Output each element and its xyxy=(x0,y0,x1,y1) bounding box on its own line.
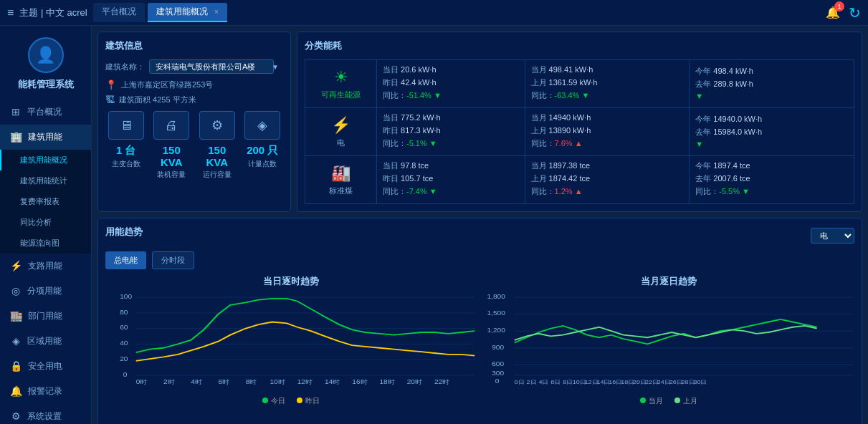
subnav-overview[interactable]: 建筑用能概况 xyxy=(0,150,91,170)
sidebar-item-branch[interactable]: ⚡ 支路用能 xyxy=(0,254,91,279)
renewable-today: 当日 20.6 kW·h xyxy=(383,64,519,75)
sidebar-item-label: 安全用电 xyxy=(28,360,62,372)
chart1-legend: 今日 昨日 xyxy=(105,396,477,406)
branch-icon: ⚡ xyxy=(10,260,22,271)
electric-day: 当日 775.2 kW·h 昨日 817.3 kW·h 同比：-5.1% ▼ xyxy=(377,108,525,156)
svg-text:300: 300 xyxy=(492,370,504,377)
device-icon-meter: ◈ xyxy=(242,111,284,140)
sidebar-item-safety[interactable]: 🔒 安全用电 xyxy=(0,354,91,379)
renewable-yesterday: 昨日 42.4 kW·h xyxy=(383,77,519,88)
charts-row: 当日逐时趋势 100 80 60 40 20 0 xyxy=(105,275,854,418)
renewable-icon: ☀ xyxy=(311,68,371,87)
area-text: 建筑面积 4255 平方米 xyxy=(119,95,196,105)
hamburger-icon[interactable]: ≡ xyxy=(7,6,14,19)
svg-text:0日: 0日 xyxy=(514,379,524,385)
sidebar-item-label: 区域用能 xyxy=(27,335,62,347)
building-select-wrapper: 安科瑞电气股份有限公司A楼 ▼ xyxy=(149,59,283,74)
sidebar-nav: ⊞ 平台概况 🏢 建筑用能 建筑用能概况 建筑用能统计 复费率报表 同比分析 能… xyxy=(0,100,91,424)
subnav-stats[interactable]: 建筑用能统计 xyxy=(0,170,91,191)
energy-select-wrapper: 电 xyxy=(811,228,854,244)
server-icon: 🖨 xyxy=(153,111,189,140)
top-bar-left: ≡ 主题 | 中文 acrel 平台概况 建筑用能概况 × xyxy=(7,3,826,22)
building-icon: 🏢 xyxy=(10,131,22,143)
energy-class-title: 分类能耗 xyxy=(305,39,854,52)
sidebar-item-platform[interactable]: ⊞ 平台概况 xyxy=(0,100,91,125)
area-row: 🏗 建筑面积 4255 平方米 xyxy=(105,95,283,105)
coal-month: 当月 1897.38 tce 上月 1874.42 tce 同比：1.2% ▲ xyxy=(525,156,690,204)
building-select[interactable]: 安科瑞电气股份有限公司A楼 xyxy=(149,59,274,74)
svg-text:60: 60 xyxy=(120,324,128,331)
trend-controls: 电 xyxy=(811,228,854,244)
building-name-row: 建筑名称： 安科瑞电气股份有限公司A楼 ▼ xyxy=(105,59,283,74)
energy-type-electric: ⚡ 电 xyxy=(305,108,377,156)
legend-curmonth: 当月 xyxy=(649,397,663,405)
sidebar-item-label: 部门用能 xyxy=(28,310,62,322)
svg-text:2时: 2时 xyxy=(163,378,175,385)
sidebar-item-dept[interactable]: 🏬 部门用能 xyxy=(0,304,91,329)
btn-total-energy[interactable]: 总电能 xyxy=(105,251,146,269)
chart2-svg: 1,800 1,500 1,200 900 600 300 0 xyxy=(484,291,855,395)
settings-icon: ⚙ xyxy=(10,410,22,422)
refresh-icon[interactable]: ↻ xyxy=(849,4,861,21)
svg-text:1,800: 1,800 xyxy=(487,294,505,300)
address-text: 上海市嘉定区育绿路253号 xyxy=(121,80,213,90)
svg-text:8日: 8日 xyxy=(563,379,573,385)
subnav-rate[interactable]: 复费率报表 xyxy=(0,191,91,212)
energy-type-select[interactable]: 电 xyxy=(811,228,854,244)
stat-label-3: 计量点数 xyxy=(242,159,284,169)
energy-table: ☀ 可再生能源 当日 20.6 kW·h 昨日 42.4 kW·h 同比：-51… xyxy=(305,59,854,204)
sidebar-item-subitem[interactable]: ◎ 分项用能 xyxy=(0,279,91,304)
subnav-compare[interactable]: 同比分析 xyxy=(0,212,91,233)
sidebar-item-building[interactable]: 🏢 建筑用能 xyxy=(0,125,91,150)
svg-text:18时: 18时 xyxy=(380,378,395,385)
svg-text:14时: 14时 xyxy=(325,378,340,385)
svg-text:600: 600 xyxy=(492,361,504,367)
content-area: 建筑信息 建筑名称： 安科瑞电气股份有限公司A楼 ▼ 📍 上海市嘉定区育绿路25… xyxy=(92,26,868,424)
tab-building-energy[interactable]: 建筑用能概况 × xyxy=(148,3,227,22)
sidebar-item-alarm[interactable]: 🔔 报警记录 xyxy=(0,379,91,404)
svg-text:30日: 30日 xyxy=(693,379,707,385)
top-title: 主题 | 中文 acrel xyxy=(19,6,87,19)
tab-bar: 平台概况 建筑用能概况 × xyxy=(93,3,227,22)
sidebar-item-settings[interactable]: ⚙ 系统设置 xyxy=(0,404,91,424)
renewable-last-year: 去年 289.8 kW·h xyxy=(695,79,848,90)
sidebar-item-region[interactable]: ◈ 区域用能 xyxy=(0,329,91,354)
sidebar-item-label: 报警记录 xyxy=(28,385,62,398)
trend-header: 用能趋势 电 xyxy=(105,226,854,246)
subnav-flow[interactable]: 能源流向图 xyxy=(0,233,91,254)
stat-label-1: 装机容量 xyxy=(151,170,193,180)
svg-text:0: 0 xyxy=(495,378,499,385)
renewable-day-compare: 同比：-51.4% ▼ xyxy=(383,90,519,101)
btn-period-energy[interactable]: 分时段 xyxy=(152,251,194,269)
sidebar: 👤 能耗管理系统 ⊞ 平台概况 🏢 建筑用能 建筑用能概况 建筑用能统计 复费率… xyxy=(0,26,92,424)
top-bar-right: 🔔 1 ↻ xyxy=(826,4,861,21)
chart1-svg: 100 80 60 40 20 0 0时 xyxy=(105,291,477,395)
legend-today: 今日 xyxy=(271,397,285,405)
region-icon: ◈ xyxy=(10,335,22,347)
stat-value-0: 1 台 xyxy=(105,144,147,158)
legend-lastmonth-dot xyxy=(674,398,680,403)
platform-icon: ⊞ xyxy=(10,106,22,117)
alarm-icon: 🔔 xyxy=(10,385,22,397)
tab-platform[interactable]: 平台概况 xyxy=(93,3,145,22)
svg-text:20: 20 xyxy=(120,356,128,362)
building-area-icon: 🏗 xyxy=(105,95,115,105)
address-row: 📍 上海市嘉定区育绿路253号 xyxy=(105,80,283,90)
svg-text:8时: 8时 xyxy=(246,378,257,385)
sidebar-item-label: 支路用能 xyxy=(28,260,62,272)
electric-month: 当月 14940 kW·h 上月 13890 kW·h 同比：7.6% ▲ xyxy=(525,108,690,156)
top-bar: ≡ 主题 | 中文 acrel 平台概况 建筑用能概况 × 🔔 1 ↻ xyxy=(0,0,868,26)
legend-yesterday: 昨日 xyxy=(305,397,320,405)
building-info-panel: 建筑信息 建筑名称： 安科瑞电气股份有限公司A楼 ▼ 📍 上海市嘉定区育绿路25… xyxy=(97,32,291,212)
stat-label-0: 主变台数 xyxy=(105,159,147,169)
svg-text:22时: 22时 xyxy=(434,378,449,385)
svg-text:10时: 10时 xyxy=(270,378,285,385)
renewable-day: 当日 20.6 kW·h 昨日 42.4 kW·h 同比：-51.4% ▼ xyxy=(377,60,525,108)
chart-daily: 当日逐时趋势 100 80 60 40 20 0 xyxy=(105,275,477,418)
tab-close-icon[interactable]: × xyxy=(214,8,219,16)
sidebar-item-label: 建筑用能 xyxy=(28,131,62,143)
renewable-cur-year: 今年 498.4 kW·h xyxy=(695,66,848,77)
renewable-cur-month: 当月 498.41 kW·h xyxy=(531,64,684,75)
svg-text:900: 900 xyxy=(492,344,504,350)
name-label: 建筑名称： xyxy=(105,62,145,72)
